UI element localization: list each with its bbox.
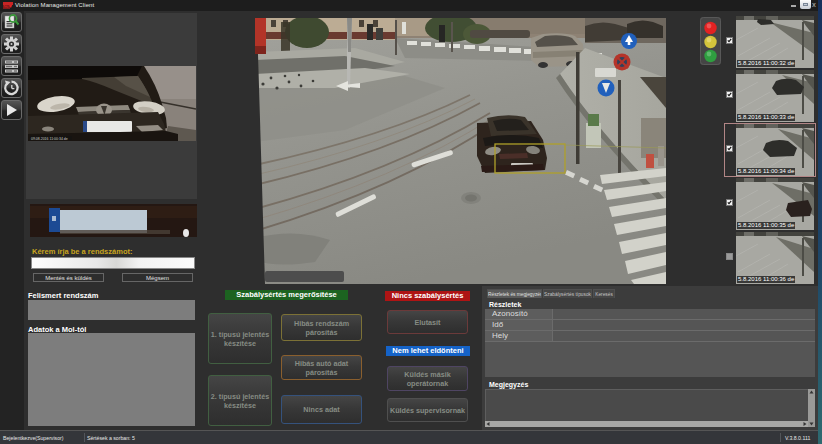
svg-text:09.08.2016 11:00:34 de: 09.08.2016 11:00:34 de	[31, 137, 68, 141]
